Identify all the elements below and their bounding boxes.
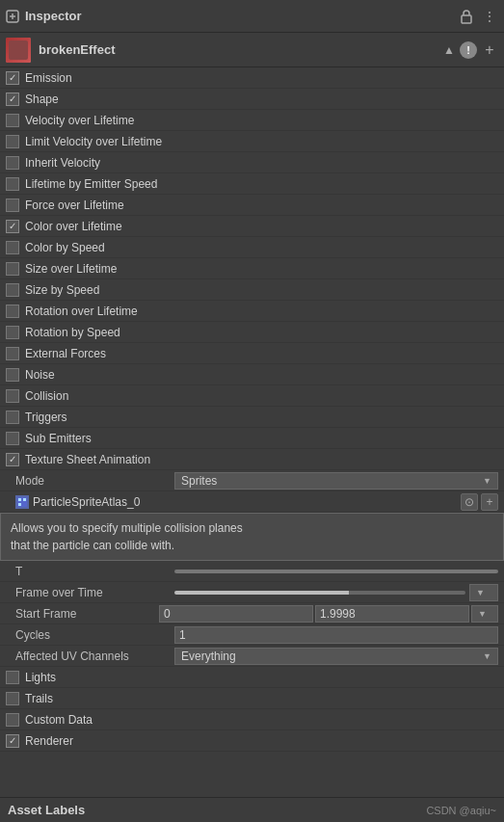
checkbox-shape[interactable] xyxy=(6,93,19,106)
check-row-inherit-velocity[interactable]: Inherit Velocity xyxy=(0,152,504,173)
checkbox-size-lifetime[interactable] xyxy=(6,262,19,276)
label-emission: Emission xyxy=(25,71,72,85)
checkbox-rotation-lifetime[interactable] xyxy=(6,305,19,318)
mode-label: Mode xyxy=(15,474,174,488)
check-row-velocity-lifetime[interactable]: Velocity over Lifetime xyxy=(0,110,504,131)
checkbox-color-lifetime[interactable] xyxy=(6,220,19,233)
label-color-lifetime: Color over Lifetime xyxy=(25,220,122,233)
content-area[interactable]: Emission Shape Velocity over Lifetime Li… xyxy=(0,67,504,797)
tracks-row: T xyxy=(0,561,504,582)
check-row-force-lifetime[interactable]: Force over Lifetime xyxy=(0,195,504,216)
uv-channels-selected: Everything xyxy=(181,650,236,663)
check-row-shape[interactable]: Shape xyxy=(0,89,504,110)
checkbox-collision[interactable] xyxy=(6,389,19,403)
atlas-icon xyxy=(15,495,29,509)
atlas-name: ParticleSpriteAtlas_0 xyxy=(33,495,461,509)
asset-row: brokenEffect ▲ ! + xyxy=(0,33,504,67)
check-row-sub-emitters[interactable]: Sub Emitters xyxy=(0,428,504,449)
check-row-size-speed[interactable]: Size by Speed xyxy=(0,279,504,301)
svg-rect-7 xyxy=(18,503,21,506)
avatar xyxy=(6,38,31,63)
start-frame-inputs: ▼ xyxy=(159,605,498,623)
check-row-lights[interactable]: Lights xyxy=(0,667,504,688)
frame-over-time-slider[interactable] xyxy=(174,591,465,595)
check-row-rotation-speed[interactable]: Rotation by Speed xyxy=(0,322,504,343)
check-row-emission[interactable]: Emission xyxy=(0,67,504,89)
checkbox-size-speed[interactable] xyxy=(6,283,19,297)
start-frame-dropdown[interactable]: ▼ xyxy=(471,605,498,623)
lock-icon-btn[interactable] xyxy=(458,8,475,25)
checkbox-inherit-velocity[interactable] xyxy=(6,156,19,170)
checkbox-external-forces[interactable] xyxy=(6,347,19,360)
inspector-title: Inspector xyxy=(25,9,458,23)
label-size-speed: Size by Speed xyxy=(25,283,99,297)
check-row-color-lifetime[interactable]: Color over Lifetime xyxy=(0,216,504,237)
uv-channels-arrow: ▼ xyxy=(483,651,491,661)
svg-rect-6 xyxy=(23,498,26,501)
label-collision: Collision xyxy=(25,389,68,403)
check-row-custom-data[interactable]: Custom Data xyxy=(0,709,504,730)
checkbox-force-lifetime[interactable] xyxy=(6,199,19,212)
check-row-limit-velocity[interactable]: Limit Velocity over Lifetime xyxy=(0,131,504,152)
checkbox-rotation-speed[interactable] xyxy=(6,326,19,339)
uv-channels-label: Affected UV Channels xyxy=(15,650,174,663)
check-row-size-lifetime[interactable]: Size over Lifetime xyxy=(0,258,504,279)
atlas-row: ParticleSpriteAtlas_0 ⊙ + xyxy=(0,491,504,513)
check-row-color-speed[interactable]: Color by Speed xyxy=(0,237,504,258)
check-row-triggers[interactable]: Triggers xyxy=(0,407,504,428)
label-trails: Trails xyxy=(25,692,53,705)
check-row-noise[interactable]: Noise xyxy=(0,364,504,385)
checkbox-lifetime-emitter[interactable] xyxy=(6,177,19,191)
checkbox-triggers[interactable] xyxy=(6,411,19,424)
inspector-icon xyxy=(6,10,19,23)
label-velocity-lifetime: Velocity over Lifetime xyxy=(25,114,134,127)
checkbox-lights[interactable] xyxy=(6,671,19,684)
check-row-tsa[interactable]: Texture Sheet Animation xyxy=(0,449,504,470)
check-row-renderer[interactable]: Renderer xyxy=(0,730,504,752)
label-sub-emitters: Sub Emitters xyxy=(25,432,92,445)
tracks-slider[interactable] xyxy=(174,570,498,573)
mode-selected: Sprites xyxy=(181,474,217,488)
checkbox-tsa[interactable] xyxy=(6,453,19,466)
checkbox-velocity-lifetime[interactable] xyxy=(6,114,19,127)
checkbox-limit-velocity[interactable] xyxy=(6,135,19,148)
checkbox-sub-emitters[interactable] xyxy=(6,432,19,445)
menu-icon-btn[interactable]: ⋮ xyxy=(481,8,498,25)
atlas-add-btn[interactable]: + xyxy=(481,493,498,511)
atlas-target-btn[interactable]: ⊙ xyxy=(461,493,478,511)
check-row-collision[interactable]: Collision xyxy=(0,385,504,407)
warn-icon[interactable]: ! xyxy=(460,41,477,59)
bottom-bar-watermark: CSDN @aqiu~ xyxy=(426,805,496,816)
frame-over-time-row: Frame over Time ▼ xyxy=(0,582,504,603)
checkbox-trails[interactable] xyxy=(6,692,19,705)
check-row-trails[interactable]: Trails xyxy=(0,688,504,709)
header-icons: ⋮ xyxy=(458,8,498,25)
check-row-external-forces[interactable]: External Forces xyxy=(0,343,504,364)
add-component-btn[interactable]: + xyxy=(481,41,498,59)
start-frame-input1[interactable] xyxy=(159,605,313,623)
tooltip-overlay: Allows you to specify multiple collision… xyxy=(0,513,504,561)
label-size-lifetime: Size over Lifetime xyxy=(25,262,117,276)
checkbox-color-speed[interactable] xyxy=(6,241,19,254)
check-row-rotation-lifetime[interactable]: Rotation over Lifetime xyxy=(0,301,504,322)
frame-over-time-label: Frame over Time xyxy=(15,586,174,599)
checkbox-renderer[interactable] xyxy=(6,734,19,748)
label-noise: Noise xyxy=(25,368,55,382)
checkbox-noise[interactable] xyxy=(6,368,19,382)
atlas-buttons: ⊙ + xyxy=(461,493,498,511)
svg-rect-3 xyxy=(462,15,471,23)
uv-channels-dropdown[interactable]: Everything ▼ xyxy=(174,648,498,665)
checkbox-custom-data[interactable] xyxy=(6,713,19,727)
bottom-checkboxes: Lights Trails Custom Data Renderer xyxy=(0,667,504,752)
start-frame-input2[interactable] xyxy=(315,605,469,623)
checkbox-emission[interactable] xyxy=(6,71,19,85)
cycles-input[interactable] xyxy=(174,626,498,644)
tsa-section: Mode Sprites ▼ ParticleSpriteAtlas_0 xyxy=(0,470,504,667)
mode-dropdown[interactable]: Sprites ▼ xyxy=(174,472,498,490)
label-lights: Lights xyxy=(25,671,56,684)
tracks-label: T xyxy=(15,565,174,578)
uv-channels-value: Everything ▼ xyxy=(174,648,498,665)
label-rotation-lifetime: Rotation over Lifetime xyxy=(25,305,138,318)
check-row-lifetime-emitter[interactable]: Lifetime by Emitter Speed xyxy=(0,173,504,195)
frame-over-time-dropdown[interactable]: ▼ xyxy=(469,584,498,601)
